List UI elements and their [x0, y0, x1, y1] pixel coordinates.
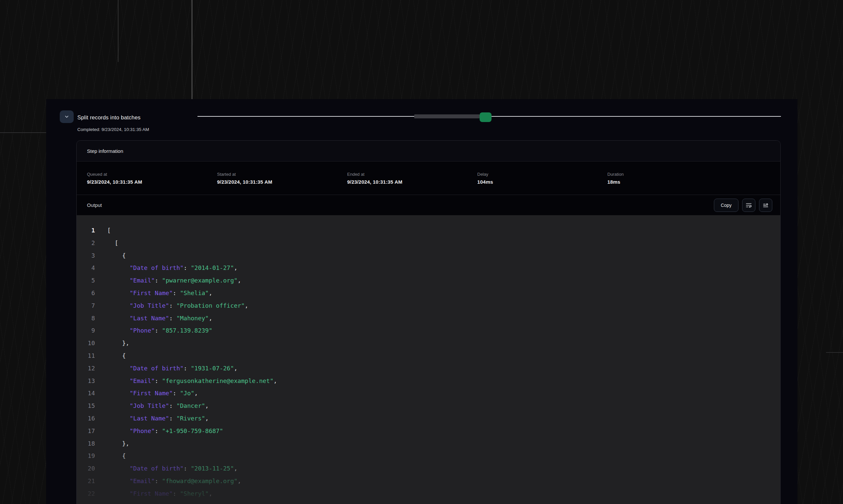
app-background: Split records into batches Completed: 9/…: [0, 0, 843, 504]
code-line: 9"Phone": "857.139.8239": [77, 324, 780, 337]
line-number: 1: [77, 224, 95, 237]
line-content: "First Name": "Sheryl",: [107, 487, 212, 500]
code-line: 1[: [77, 224, 780, 237]
code-line: 3{: [77, 249, 780, 262]
line-number: 19: [77, 450, 95, 462]
code-line: 6"First Name": "Shelia",: [77, 287, 780, 300]
output-json-viewer[interactable]: 1[2[3{4"Date of birth": "2014-01-27",5"E…: [77, 215, 780, 504]
code-line: 19{: [77, 450, 780, 462]
line-number: 4: [77, 262, 95, 274]
line-number: 22: [77, 487, 95, 500]
panel-title: Step information: [87, 148, 123, 154]
meta-label: Started at: [217, 172, 347, 177]
meta-value: 9/23/2024, 10:31:35 AM: [217, 179, 347, 185]
line-number: 13: [77, 375, 95, 387]
line-number: 8: [77, 312, 95, 325]
code-line: 11{: [77, 349, 780, 362]
code-line: 23"Job Title": "Copy",: [77, 500, 780, 504]
meta-label: Ended at: [347, 172, 477, 177]
meta-item: Duration18ms: [607, 172, 738, 185]
line-content: "Date of birth": "2013-11-25",: [107, 462, 238, 475]
line-content: "Job Title": "Probation officer",: [107, 300, 248, 312]
line-number: 11: [77, 349, 95, 362]
line-content: "Email": "fhoward@example.org",: [107, 475, 241, 487]
meta-item: Ended at9/23/2024, 10:31:35 AM: [347, 172, 477, 185]
meta-label: Queued at: [87, 172, 217, 177]
panel-header: Step information: [77, 141, 780, 161]
code-line: 18},: [77, 437, 780, 450]
line-number: 9: [77, 324, 95, 337]
line-content: {: [107, 450, 126, 462]
code-line: 16"Last Name": "Rivers",: [77, 412, 780, 425]
meta-value: 9/23/2024, 10:31:35 AM: [87, 179, 217, 185]
line-content: },: [107, 437, 130, 450]
line-content: "Date of birth": "2014-01-27",: [107, 262, 238, 274]
meta-label: Duration: [607, 172, 738, 177]
line-number: 10: [77, 337, 95, 349]
code-line: 12"Date of birth": "1931-07-26",: [77, 362, 780, 375]
line-content: "Job Title": "Dancer",: [107, 399, 209, 412]
code-line: 10},: [77, 337, 780, 349]
meta-label: Delay: [477, 172, 607, 177]
code-line: 13"Email": "fergusonkatherine@example.ne…: [77, 375, 780, 387]
meta-item: Queued at9/23/2024, 10:31:35 AM: [87, 172, 217, 185]
meta-item: Delay104ms: [477, 172, 607, 185]
line-content: "First Name": "Shelia",: [107, 287, 212, 300]
background-vertical-line: [191, 0, 192, 99]
scroll-to-top-icon: [762, 202, 769, 209]
code-line: 4"Date of birth": "2014-01-27",: [77, 262, 780, 274]
line-number: 20: [77, 462, 95, 475]
line-number: 15: [77, 399, 95, 412]
line-content: {: [107, 249, 126, 262]
timeline-delay-segment: [414, 114, 480, 119]
line-content: "Email": "fergusonkatherine@example.net"…: [107, 375, 277, 387]
line-content: },: [107, 337, 130, 349]
line-number: 6: [77, 287, 95, 300]
code-line: 22"First Name": "Sheryl",: [77, 487, 780, 500]
line-number: 14: [77, 387, 95, 399]
line-content: "Date of birth": "1931-07-26",: [107, 362, 238, 375]
line-content: "Email": "pwarner@example.org",: [107, 274, 241, 287]
line-content: "Phone": "+1-950-759-8687": [107, 425, 223, 437]
line-number: 18: [77, 437, 95, 450]
step-completed-timestamp: Completed: 9/23/2024, 10:31:35 AM: [77, 127, 149, 132]
wrap-text-button[interactable]: [742, 199, 755, 212]
copy-button[interactable]: Copy: [714, 199, 738, 212]
output-toolbar: Output Copy: [77, 195, 780, 215]
step-detail-card: Split records into batches Completed: 9/…: [46, 99, 797, 504]
timeline-scrubber-handle[interactable]: [480, 112, 492, 122]
code-line: 15"Job Title": "Dancer",: [77, 399, 780, 412]
meta-value: 9/23/2024, 10:31:35 AM: [347, 179, 477, 185]
code-line: 17"Phone": "+1-950-759-8687": [77, 425, 780, 437]
line-content: "Last Name": "Mahoney",: [107, 312, 212, 325]
line-content: [: [107, 224, 111, 237]
line-content: "Last Name": "Rivers",: [107, 412, 209, 425]
step-title: Split records into batches: [77, 114, 140, 121]
code-line: 20"Date of birth": "2013-11-25",: [77, 462, 780, 475]
code-line: 5"Email": "pwarner@example.org",: [77, 274, 780, 287]
meta-item: Started at9/23/2024, 10:31:35 AM: [217, 172, 347, 185]
output-section-title: Output: [87, 202, 102, 208]
background-vertical-line: [118, 0, 119, 62]
wrap-text-icon: [745, 202, 752, 209]
line-number: 7: [77, 300, 95, 312]
code-line: 2[: [77, 237, 780, 249]
line-number: 16: [77, 412, 95, 425]
scroll-to-top-button[interactable]: [759, 199, 772, 212]
line-number: 12: [77, 362, 95, 375]
line-number: 5: [77, 274, 95, 287]
line-content: {: [107, 349, 126, 362]
meta-value: 104ms: [477, 179, 607, 185]
meta-value: 18ms: [607, 179, 738, 185]
code-line: 14"First Name": "Jo",: [77, 387, 780, 399]
step-metadata-row: Queued at9/23/2024, 10:31:35 AMStarted a…: [77, 161, 780, 195]
line-number: 21: [77, 475, 95, 487]
line-number: 17: [77, 425, 95, 437]
chevron-down-icon: [64, 114, 69, 119]
line-number: 3: [77, 249, 95, 262]
code-line: 7"Job Title": "Probation officer",: [77, 300, 780, 312]
code-line: 21"Email": "fhoward@example.org",: [77, 475, 780, 487]
collapse-step-button[interactable]: [60, 110, 74, 123]
line-number: 23: [77, 500, 95, 504]
code-line: 8"Last Name": "Mahoney",: [77, 312, 780, 325]
